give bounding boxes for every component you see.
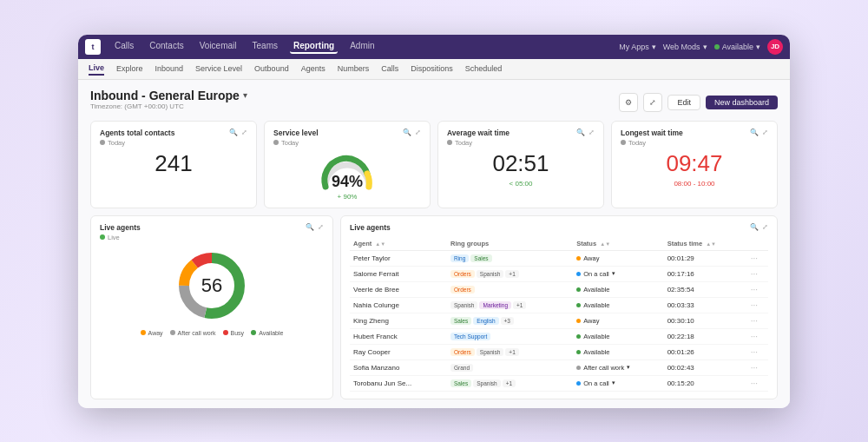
ring-group-tag: Sales [450, 317, 471, 325]
subnav-inbound[interactable]: Inbound [155, 63, 184, 75]
ring-group-tag: Tech Support [450, 333, 490, 340]
agents-subtitle: Live [100, 234, 324, 241]
nav-voicemail[interactable]: Voicemail [196, 39, 240, 54]
row-menu[interactable]: ··· [751, 269, 758, 279]
row-menu[interactable]: ··· [751, 332, 758, 341]
kpi-header: Longest wait time 🔍 ⤢ [621, 129, 768, 137]
status-badge: Available [576, 286, 609, 294]
agents-title: Live agents [100, 223, 141, 232]
agent-status: Away [573, 313, 663, 328]
status-dot [576, 381, 581, 386]
row-menu[interactable]: ··· [751, 379, 758, 388]
expand-icon[interactable]: ⤢ [241, 129, 247, 136]
nav-teams[interactable]: Teams [249, 39, 281, 54]
ring-groups: Grand [447, 360, 573, 375]
row-menu[interactable]: ··· [751, 254, 758, 263]
kpi-header: Service level 🔍 ⤢ [273, 129, 421, 137]
search-icon[interactable]: 🔍 [750, 223, 759, 231]
subnav-explore[interactable]: Explore [116, 63, 143, 75]
agent-status: Available [573, 281, 663, 297]
ring-group-tag: Spanish [477, 270, 504, 278]
ring-group-tag: Spanish [477, 348, 504, 356]
dashboard-title: Inbound - General Europe [90, 89, 240, 102]
settings-button[interactable]: ⚙ [619, 93, 638, 112]
live-agents-table-card: Live agents 🔍 ⤢ Agent ▲▼ [340, 215, 778, 399]
subnav-agents[interactable]: Agents [301, 63, 326, 75]
row-menu[interactable]: ··· [751, 300, 758, 310]
legend-busy: Busy [223, 330, 245, 336]
col-status[interactable]: Status ▲▼ [573, 237, 663, 251]
status-time: 00:22:18 [664, 328, 747, 344]
subnav-dispositions[interactable]: Dispositions [411, 63, 453, 75]
table-row: Torobanu Jun Se...SalesSpanish+1On a cal… [350, 375, 768, 391]
donut-legend: Away After call work Busy Available [100, 330, 324, 336]
search-icon[interactable]: 🔍 [306, 223, 314, 231]
ring-group-tag: +1 [513, 301, 526, 309]
ring-group-tag: Ring [450, 254, 469, 262]
row-menu[interactable]: ··· [751, 363, 758, 373]
table-row: King ZhengSalesEnglish+3Away00:30:10··· [350, 313, 768, 328]
new-dashboard-button[interactable]: New dashboard [706, 96, 778, 109]
status-badge: Available [576, 348, 609, 356]
web-mods-button[interactable]: Web Mods ▾ [663, 43, 707, 51]
expand-button[interactable]: ⤢ [643, 93, 662, 112]
subnav-calls[interactable]: Calls [381, 63, 398, 75]
search-icon[interactable]: 🔍 [229, 129, 238, 136]
table-row: Sofia ManzanoGrandAfter call work ▾00:02… [350, 360, 768, 375]
user-avatar[interactable]: JD [767, 39, 783, 55]
expand-icon[interactable]: ⤢ [762, 129, 768, 136]
table-header: Agent ▲▼ Ring groups Status ▲▼ [350, 237, 768, 251]
nav-right: My Apps ▾ Web Mods ▾ Available ▾ JD [619, 39, 783, 55]
nav-contacts[interactable]: Contacts [146, 39, 187, 54]
col-status-time[interactable]: Status time ▲▼ [664, 237, 747, 251]
col-agent[interactable]: Agent ▲▼ [350, 237, 447, 251]
subnav-numbers[interactable]: Numbers [338, 63, 370, 75]
col-actions [747, 237, 768, 251]
legend-dot-available [251, 330, 256, 335]
edit-button[interactable]: Edit [667, 95, 700, 110]
row-menu[interactable]: ··· [751, 285, 758, 294]
subnav-live[interactable]: Live [89, 62, 104, 76]
ring-groups: RingSales [447, 250, 573, 266]
status-badge: Available [576, 301, 609, 309]
title-dropdown-icon[interactable]: ▾ [243, 90, 247, 100]
ring-group-tag: Orders [450, 348, 475, 356]
nav-calls[interactable]: Calls [111, 39, 137, 54]
status-dot [576, 350, 581, 354]
subnav-service-level[interactable]: Service Level [195, 63, 242, 75]
kpi-row: Agents total contacts 🔍 ⤢ Today 241 Serv… [90, 121, 778, 208]
dashboard-header: Inbound - General Europe ▾ Timezone: (GM… [90, 89, 778, 117]
nav-reporting[interactable]: Reporting [290, 39, 338, 54]
my-apps-button[interactable]: My Apps ▾ [619, 43, 656, 51]
status-time: 00:15:20 [664, 375, 747, 391]
expand-icon[interactable]: ⤢ [318, 223, 324, 231]
kpi-title: Service level [273, 129, 319, 137]
col-ring-groups[interactable]: Ring groups [447, 237, 573, 251]
nav-admin[interactable]: Admin [346, 39, 378, 54]
status-indicator[interactable]: Available ▾ [714, 43, 760, 51]
kpi-subtitle: Today [447, 139, 595, 147]
legend-aftercall: After call work [170, 330, 216, 336]
main-content: Inbound - General Europe ▾ Timezone: (GM… [78, 80, 790, 408]
agent-status: Away [573, 250, 663, 266]
agent-status: After call work ▾ [573, 360, 663, 375]
expand-icon[interactable]: ⤢ [762, 223, 768, 231]
bottom-row: Live agents 🔍 ⤢ Live [90, 215, 778, 399]
expand-icon[interactable]: ⤢ [589, 129, 595, 136]
status-time: 00:01:26 [664, 344, 747, 360]
ring-group-tag: Marketing [479, 301, 511, 309]
expand-icon[interactable]: ⤢ [415, 129, 421, 136]
search-icon[interactable]: 🔍 [576, 129, 585, 136]
subnav-outbound[interactable]: Outbound [254, 63, 289, 75]
kpi-header: Agents total contacts 🔍 ⤢ [100, 129, 247, 137]
row-menu[interactable]: ··· [751, 347, 758, 357]
table-row: Hubert FranckTech SupportAvailable00:22:… [350, 328, 768, 344]
ring-group-tag: Spanish [473, 379, 501, 387]
search-icon[interactable]: 🔍 [403, 129, 411, 136]
agent-name: Veerle de Bree [350, 281, 447, 297]
search-icon[interactable]: 🔍 [750, 129, 759, 136]
agent-name: Salome Ferrait [350, 266, 447, 281]
status-time: 00:01:29 [664, 250, 747, 266]
row-menu[interactable]: ··· [751, 316, 758, 326]
subnav-scheduled[interactable]: Scheduled [465, 63, 503, 75]
